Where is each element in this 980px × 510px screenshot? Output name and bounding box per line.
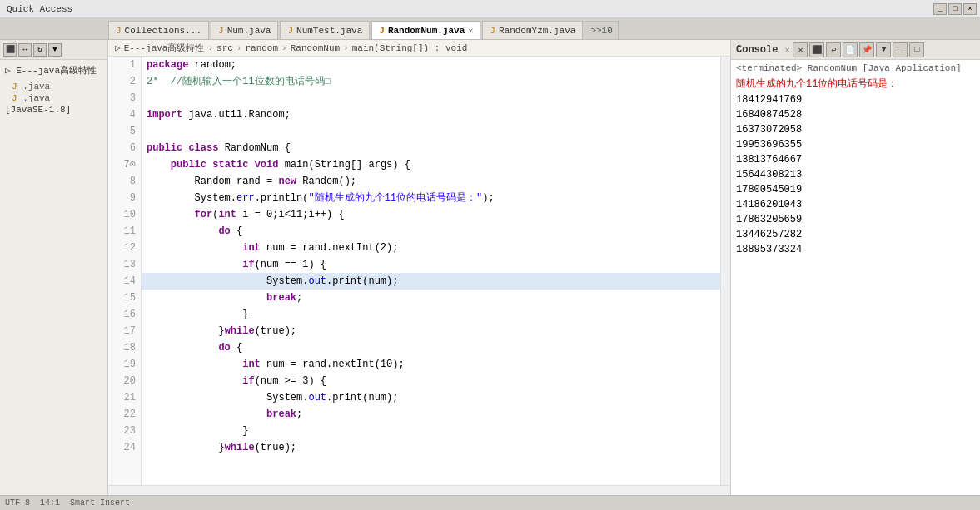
code-line-16: }	[142, 306, 720, 323]
breadcrumb-part4[interactable]: main(String[]) : void	[352, 43, 468, 53]
line-num-17: 17	[108, 323, 141, 339]
editor-scrollbar[interactable]	[720, 57, 730, 485]
window-controls: _ □ ×	[933, 3, 977, 15]
line-num-21: 21	[108, 389, 141, 406]
tab-randomnum[interactable]: J RandomNum.java ✕	[371, 21, 480, 39]
java-icon: J	[218, 26, 224, 36]
console-number-3: 19953696355	[736, 137, 975, 152]
line-num-6: 6	[108, 140, 141, 156]
console-number-8: 17863205659	[736, 212, 975, 227]
close-icon: ✕	[784, 45, 789, 55]
console-number-0: 18412941769	[736, 92, 975, 107]
line-num-22: 22	[108, 406, 141, 423]
pin-button[interactable]: 📌	[859, 42, 874, 57]
line-num-1: 1	[108, 57, 141, 73]
console-panel: Console ✕ ✕ ⬛ ↩ 📄 📌 ▼ _ □ <terminated> R…	[730, 40, 980, 495]
code-line-5	[142, 123, 720, 140]
code-editor[interactable]: 1 2 3 4 5 6 7⊙ 8 9 10 11 12 13 14 15 16 …	[108, 57, 730, 485]
code-line-13: if(num == 1) {	[142, 256, 720, 273]
line-num-4: 4	[108, 106, 141, 123]
tab-overflow[interactable]: >>10	[585, 21, 618, 39]
line-num-13: 13	[108, 256, 141, 273]
editor-hscrollbar[interactable]	[108, 485, 730, 495]
code-line-21: System.out.print(num);	[142, 389, 720, 406]
code-lines[interactable]: package random; 2* //随机输入一个11位数的电话号码□ im…	[142, 57, 720, 485]
minimize-button[interactable]: _	[933, 3, 947, 15]
restore-button[interactable]: □	[948, 3, 962, 15]
console-number-1: 16840874528	[736, 107, 975, 122]
status-mode: Smart Insert	[70, 498, 130, 508]
java-icon: J	[287, 26, 293, 36]
collapse-all-button[interactable]: ⬛	[3, 43, 17, 57]
code-line-1: package random;	[142, 57, 720, 73]
line-num-20: 20	[108, 373, 141, 389]
line-num-7: 7⊙	[108, 156, 141, 173]
filetree-toolbar: ⬛ ↔ ↻ ▼	[0, 40, 107, 60]
link-editor-button[interactable]: ↔	[18, 43, 32, 57]
minimize-console-button[interactable]: _	[893, 42, 908, 57]
console-toolbar: ✕ ⬛ ↩ 📄 📌 ▼ _ □	[793, 42, 924, 57]
filetree-javasetype[interactable]: [JavaSE-1.8]	[2, 104, 106, 116]
breadcrumb-bar: ▷ E---java高级特性 › src › random › RandomNu…	[108, 40, 730, 57]
console-header: Console ✕ ✕ ⬛ ↩ 📄 📌 ▼ _ □	[731, 40, 980, 60]
clear-console-button[interactable]: ✕	[793, 42, 808, 57]
code-line-7: public static void main(String[] args) {	[142, 156, 720, 173]
filetree-file-java1[interactable]: J .java	[2, 81, 106, 92]
filetree-content: ▷ E---java高级特性 J .java J .java [JavaSE-1…	[0, 60, 107, 495]
tab-randomyzm[interactable]: J RandomYzm.java	[482, 21, 583, 39]
console-number-6: 17800545019	[736, 182, 975, 197]
line-num-12: 12	[108, 240, 141, 256]
code-line-19: int num = rand.nextInt(10);	[142, 356, 720, 373]
line-num-5: 5	[108, 123, 141, 140]
filetree-sidebar: ⬛ ↔ ↻ ▼ ▷ E---java高级特性 J .java J .java […	[0, 40, 108, 495]
console-content: <terminated> RandomNum [Java Application…	[731, 60, 980, 495]
code-line-10: for(int i = 0;i<11;i++) {	[142, 206, 720, 223]
filetree-file-java2[interactable]: J .java	[2, 92, 106, 104]
code-line-17: }while(true);	[142, 323, 720, 339]
line-num-8: 8	[108, 173, 141, 190]
code-line-8: Random rand = new Random();	[142, 173, 720, 190]
line-num-2: 2	[108, 73, 141, 90]
java-icon: J	[490, 26, 495, 36]
java-icon: J	[116, 26, 122, 36]
status-encoding: UTF-8	[5, 498, 30, 508]
maximize-console-button[interactable]: □	[909, 42, 924, 57]
line-num-16: 16	[108, 306, 141, 323]
status-line-info: 14:1	[40, 498, 60, 508]
tab-close-icon[interactable]: ✕	[468, 26, 473, 36]
editor-panel: ▷ E---java高级特性 › src › random › RandomNu…	[108, 40, 730, 495]
filetree-project[interactable]: ▷ E---java高级特性	[2, 63, 106, 77]
tab-num[interactable]: J Num.java	[211, 21, 278, 39]
breadcrumb-part1[interactable]: src	[216, 43, 233, 53]
code-line-4: import java.util.Random;	[142, 106, 720, 123]
code-line-24: }while(true);	[142, 439, 720, 456]
sync-button[interactable]: ↻	[33, 43, 47, 57]
status-bar: UTF-8 14:1 Smart Insert	[0, 495, 980, 510]
breadcrumb-part3[interactable]: RandomNum	[291, 43, 340, 53]
breadcrumb-part0[interactable]: E---java高级特性	[124, 42, 205, 54]
open-file-button[interactable]: 📄	[843, 42, 858, 57]
maximize-button[interactable]: ×	[963, 3, 977, 15]
code-line-6: public class RandomNum {	[142, 140, 720, 156]
code-line-22: break;	[142, 406, 720, 423]
console-number-7: 14186201043	[736, 197, 975, 212]
code-line-9: System.err.println("随机生成的九个11位的电话号码是：");	[142, 190, 720, 206]
line-num-3: 3	[108, 90, 141, 106]
console-number-10: 18895373324	[736, 242, 975, 257]
line-num-11: 11	[108, 223, 141, 240]
tab-numtest[interactable]: J NumTest.java	[280, 21, 370, 39]
scroll-lock-button[interactable]: ⬛	[809, 42, 824, 57]
settings-icon[interactable]: ▼	[48, 43, 62, 57]
code-line-18: do {	[142, 339, 720, 356]
line-num-15: 15	[108, 290, 141, 306]
word-wrap-button[interactable]: ↩	[826, 42, 841, 57]
console-number-9: 13446257282	[736, 227, 975, 242]
tab-collections[interactable]: J Collections...	[108, 21, 209, 39]
menu-button[interactable]: ▼	[876, 42, 891, 57]
breadcrumb-part2[interactable]: random	[245, 43, 278, 53]
code-line-14: System.out.print(num);	[142, 273, 720, 290]
console-number-2: 16373072058	[736, 122, 975, 137]
java-icon: J	[379, 26, 385, 36]
line-num-18: 18	[108, 339, 141, 356]
console-number-5: 15644308213	[736, 167, 975, 182]
